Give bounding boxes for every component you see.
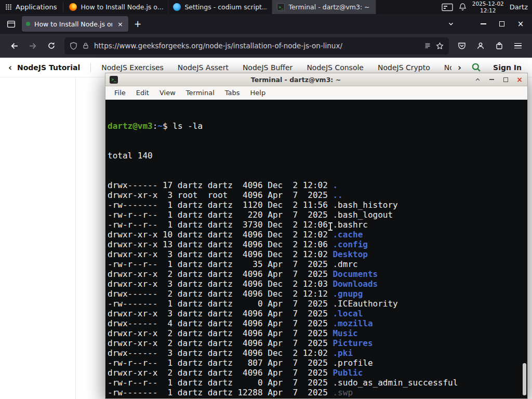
- terminal-app-icon: >_: [110, 76, 118, 84]
- applications-grid-icon: [5, 4, 12, 10]
- gfg-nav-nodejs-buffer[interactable]: NodeJS Buffer: [243, 63, 293, 72]
- ls-entry-name: .bashrc: [332, 220, 367, 230]
- window-maximize-button[interactable]: [494, 17, 510, 31]
- firefox-icon: [69, 3, 77, 11]
- applications-menu-button[interactable]: Applications: [0, 0, 62, 14]
- typed-command: ls -la: [172, 121, 203, 131]
- ls-entry-meta: -rw------- 1 dartz dartz 1120 Dec 2 11:5…: [108, 200, 332, 210]
- save-to-pocket-icon[interactable]: [453, 37, 471, 54]
- taskbar-button-firefox[interactable]: How to Install Node.js o...: [64, 0, 168, 14]
- reload-button[interactable]: [43, 37, 60, 54]
- ls-entry-name: .: [332, 180, 338, 190]
- account-icon[interactable]: [472, 37, 489, 54]
- gfg-nav-right: › Sign In: [451, 61, 526, 74]
- terminal-shade-button[interactable]: [474, 76, 481, 83]
- terminal-titlebar[interactable]: >_ Terminal - dartz@vm3: ~ ×: [105, 73, 527, 86]
- terminal-menu-view[interactable]: View: [155, 87, 180, 98]
- ls-entry-meta: drwx------ 2 dartz dartz 4096 Dec 2 12:1…: [108, 289, 332, 299]
- terminal-scrollbar-thumb[interactable]: [523, 363, 526, 395]
- back-button[interactable]: [5, 37, 23, 54]
- gfg-search-icon[interactable]: [471, 62, 481, 72]
- bookmark-star-icon[interactable]: [436, 42, 444, 50]
- ls-entry-meta: -rw------- 1 dartz dartz 12288 Apr 7 202…: [108, 388, 332, 397]
- ls-entry: -rw------- 1 dartz dartz 12288 Apr 7 202…: [108, 388, 527, 397]
- terminal-window: >_ Terminal - dartz@vm3: ~ × FileEditVie…: [105, 73, 528, 399]
- ls-entry: drwx------ 3 dartz dartz 4096 Dec 2 12:0…: [108, 348, 527, 358]
- taskbar-button-terminal[interactable]: >_Terminal - dartz@vm3: ~: [272, 0, 376, 14]
- gfg-scroll-right-icon[interactable]: ›: [456, 62, 463, 73]
- terminal-menu-edit[interactable]: Edit: [131, 87, 154, 98]
- ls-entry-name: .sudo_as_admin_successful: [332, 378, 458, 388]
- menu-hamburger-icon[interactable]: [509, 37, 527, 54]
- ls-entry-meta: drwxr-xr-x 3 dartz dartz 4096 Dec 2 12:0…: [108, 279, 332, 289]
- ls-entry: -rw------- 1 dartz dartz 1120 Dec 2 11:5…: [108, 200, 527, 210]
- list-all-tabs-chevron-icon[interactable]: [443, 17, 459, 31]
- ls-entry: drwx------ 2 dartz dartz 4096 Dec 2 12:1…: [108, 289, 527, 299]
- browser-tab[interactable]: How to Install Node.js on... ×: [22, 16, 128, 32]
- ls-entry: -rw-r--r-- 1 dartz dartz 0 Apr 7 2025 .s…: [108, 378, 527, 388]
- lock-icon[interactable]: [82, 42, 89, 49]
- ls-entry: drwx------ 17 dartz dartz 4096 Dec 2 12:…: [108, 180, 527, 190]
- ls-entry: drwxr-xr-x 3 root root 4096 Apr 7 2025 .…: [108, 190, 527, 200]
- gfg-scroll-left-icon[interactable]: ‹: [6, 62, 14, 73]
- ls-entry: drwxr-xr-x 10 dartz dartz 4096 Dec 2 12:…: [108, 230, 527, 240]
- gfg-nav-nodejs-assert[interactable]: NodeJS Assert: [178, 63, 229, 72]
- gfg-nav-nodejs-tutorial[interactable]: NodeJS Tutorial: [17, 63, 80, 72]
- ls-entry: drwxr-xr-x 2 dartz dartz 4096 Apr 7 2025…: [108, 368, 527, 378]
- ls-entry-name: Templates: [332, 397, 378, 398]
- ls-entry-meta: -rw------- 1 dartz dartz 0 Apr 7 2025: [108, 299, 332, 309]
- new-tab-button[interactable]: +: [130, 17, 145, 31]
- total-line: total 140: [108, 151, 527, 161]
- terminal-minimize-button[interactable]: [488, 76, 495, 83]
- ls-entry-meta: drwxr-xr-x 2 dartz dartz 4096 Apr 7 2025: [108, 269, 332, 279]
- window-close-button[interactable]: ×: [512, 17, 529, 31]
- terminal-menu-file[interactable]: File: [110, 87, 130, 98]
- gfg-nav-nodejs-dns[interactable]: NodeJS DNS: [444, 63, 451, 72]
- ls-entry-name: Desktop: [332, 249, 367, 259]
- ls-output: drwx------ 17 dartz dartz 4096 Dec 2 12:…: [108, 180, 527, 398]
- url-bar[interactable]: https://www.geeksforgeeks.org/node-js/in…: [64, 37, 449, 55]
- reader-view-icon[interactable]: [424, 42, 431, 49]
- ls-entry-meta: drwxr-xr-x 3 dartz dartz 4096 Apr 7 2025: [108, 309, 332, 318]
- ls-entry-meta: -rw-r--r-- 1 dartz dartz 35 Apr 7 2025: [108, 259, 332, 269]
- gfg-nav-nodejs-crypto[interactable]: NodeJS Crypto: [378, 63, 430, 72]
- ls-entry: -rw-r--r-- 1 dartz dartz 3730 Dec 2 12:0…: [108, 220, 527, 230]
- terminal-maximize-button[interactable]: [502, 76, 509, 83]
- window-minimize-button[interactable]: [475, 17, 491, 31]
- sign-in-button[interactable]: Sign In: [489, 61, 526, 74]
- ls-entry-meta: drwxr-xr-x 3 dartz dartz 4096 Dec 2 12:0…: [108, 249, 332, 259]
- notifications-bell-icon[interactable]: [459, 3, 467, 11]
- prompt-user-host: dartz@vm3: [108, 121, 153, 131]
- terminal-menu-tabs[interactable]: Tabs: [220, 87, 245, 98]
- terminal-menu-help[interactable]: Help: [246, 87, 271, 98]
- forward-button[interactable]: [24, 37, 42, 54]
- ls-entry: drwx------ 4 dartz dartz 4096 Apr 7 2025…: [108, 318, 527, 328]
- terminal-output[interactable]: dartz@vm3:~$ ls -la total 140 drwx------…: [105, 100, 527, 398]
- firefox-view-icon[interactable]: [3, 17, 19, 31]
- gfg-nav-links: NodeJS TutorialNodeJS ExercisesNodeJS As…: [17, 63, 451, 72]
- tracking-shield-icon[interactable]: [70, 42, 77, 50]
- sidebar-divider: [75, 77, 76, 399]
- tabbar-controls: ×: [443, 17, 529, 31]
- maximize-icon: [499, 21, 504, 26]
- ls-entry-name: .pki: [332, 348, 353, 358]
- taskbar-button-codium[interactable]: Settings - codium script...: [168, 0, 272, 14]
- ls-entry-name: Downloads: [332, 279, 378, 289]
- tab-close-icon[interactable]: ×: [116, 20, 124, 28]
- ls-entry-meta: -rw-r--r-- 1 dartz dartz 3730 Dec 2 12:0…: [108, 220, 332, 230]
- panel-clock[interactable]: 2025-12-02 12:12: [472, 1, 504, 14]
- applications-menu-label: Applications: [16, 3, 57, 11]
- extensions-puzzle-icon[interactable]: [490, 37, 508, 54]
- ls-entry-name: .local: [332, 309, 363, 318]
- panel-tray: 2025-12-02 12:12 Dartz: [442, 0, 532, 14]
- clock-date: 2025-12-02: [472, 1, 504, 7]
- user-menu[interactable]: Dartz: [510, 3, 528, 11]
- tray-display-icon[interactable]: [442, 3, 453, 11]
- ls-entry: -rw------- 1 dartz dartz 0 Apr 7 2025 .I…: [108, 299, 527, 309]
- terminal-menu-terminal[interactable]: Terminal: [181, 87, 219, 98]
- gfg-nav-nodejs-console[interactable]: NodeJS Console: [307, 63, 364, 72]
- terminal-menubar: FileEditViewTerminalTabsHelp: [105, 86, 527, 100]
- gfg-nav-nodejs-exercises[interactable]: NodeJS Exercises: [101, 63, 164, 72]
- ls-entry: drwxr-xr-x 2 dartz dartz 4096 Apr 7 2025…: [108, 397, 527, 398]
- terminal-close-button[interactable]: ×: [516, 76, 523, 83]
